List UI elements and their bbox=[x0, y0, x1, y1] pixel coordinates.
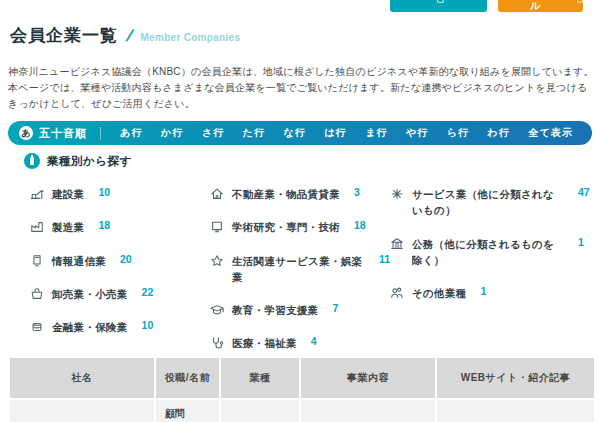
industry-item-communication[interactable]: 情報通信業20 bbox=[30, 253, 210, 269]
top-button-bazaar-label: バザールバザール bbox=[498, 0, 573, 13]
syllabary-tab-7[interactable]: ま行 bbox=[365, 126, 387, 140]
construction-icon bbox=[30, 187, 44, 201]
table-header-cell: 社名 bbox=[10, 358, 154, 398]
industry-item-lifestyle[interactable]: 生活関連サービス業・娯楽業11 bbox=[210, 253, 390, 286]
industry-label: サービス業（他に分類されないもの） bbox=[412, 186, 564, 219]
table-row: 顧問 bbox=[10, 400, 594, 422]
syllabary-tab-9[interactable]: ら行 bbox=[447, 126, 469, 140]
title-slash-divider: / bbox=[125, 27, 133, 45]
service-icon bbox=[390, 187, 404, 201]
industry-label: 医療・福祉業 bbox=[232, 335, 297, 351]
industry-label: 建設業 bbox=[52, 186, 84, 202]
table-header-row: 社名役職/名前業種事業内容WEBサイト・紹介記事 bbox=[10, 358, 594, 398]
industry-label: 情報通信業 bbox=[52, 253, 106, 269]
table-cell bbox=[221, 400, 299, 422]
syllabary-tab-10[interactable]: わ行 bbox=[488, 126, 510, 140]
table-cell bbox=[301, 400, 435, 422]
industry-count: 7 bbox=[332, 302, 338, 314]
external-link-icon bbox=[437, 0, 444, 3]
industry-label: 学術研究・専門・技術 bbox=[232, 219, 340, 235]
industry-item-medical[interactable]: 医療・福祉業4 bbox=[210, 335, 390, 351]
industry-count: 22 bbox=[142, 286, 154, 298]
member-companies-page: バザールバザール 会員企業一覧 / Member Companies 神奈川ニュ… bbox=[0, 0, 600, 422]
syllabary-tab-1[interactable]: あ行 bbox=[120, 126, 142, 140]
factory-icon bbox=[30, 220, 44, 234]
table-header-cell: 役職/名前 bbox=[156, 358, 219, 398]
industry-item-public-office[interactable]: 公務（他に分類されるものを除く）1 bbox=[390, 236, 592, 269]
other-industry-icon bbox=[390, 286, 404, 300]
research-icon bbox=[210, 220, 224, 234]
member-table: 社名役職/名前業種事業内容WEBサイト・紹介記事 顧問 bbox=[8, 356, 596, 422]
industry-column-3: サービス業（他に分類されないもの）47公務（他に分類されるものを除く）1その他業… bbox=[390, 186, 592, 352]
industry-item-factory[interactable]: 製造業18 bbox=[30, 219, 210, 235]
table-header-cell: WEBサイト・紹介記事 bbox=[437, 358, 594, 398]
industry-label: 教育・学習支援業 bbox=[232, 302, 318, 318]
industry-label: 不動産業・物品賃貸業 bbox=[232, 186, 340, 202]
public-office-icon bbox=[390, 237, 404, 251]
industry-count: 10 bbox=[98, 186, 110, 198]
top-button-teal[interactable] bbox=[390, 0, 487, 12]
syllabary-nav: あ 五十音順 あ行か行さ行た行な行は行ま行や行ら行わ行全て表示 bbox=[8, 121, 592, 145]
education-icon bbox=[210, 303, 224, 317]
syllabary-tab-11[interactable]: 全て表示 bbox=[528, 126, 572, 140]
industry-label: 卸売業・小売業 bbox=[52, 286, 128, 302]
syllabary-tab-4[interactable]: た行 bbox=[243, 126, 265, 140]
table-cell bbox=[437, 400, 594, 422]
syllabary-tabs: あ行か行さ行た行な行は行ま行や行ら行わ行全て表示 bbox=[101, 126, 592, 140]
industry-count: 1 bbox=[481, 285, 487, 297]
industry-label: 公務（他に分類されるものを除く） bbox=[412, 236, 564, 269]
top-button-bar: バザールバザール bbox=[0, 0, 600, 12]
industry-label: 製造業 bbox=[52, 219, 84, 235]
lifestyle-icon bbox=[210, 254, 224, 268]
industry-count: 3 bbox=[354, 186, 360, 198]
table-body: 顧問 bbox=[10, 400, 594, 422]
retail-icon bbox=[30, 287, 44, 301]
industry-count: 18 bbox=[354, 219, 366, 231]
industry-grid: 建設業10製造業18情報通信業20卸売業・小売業22金融業・保険業10不動産業・… bbox=[30, 186, 592, 352]
syllabary-tab-6[interactable]: は行 bbox=[324, 126, 346, 140]
industry-item-finance[interactable]: 金融業・保険業10 bbox=[30, 319, 210, 335]
industry-section-header: 業種別から探す bbox=[24, 153, 132, 169]
industry-count: 4 bbox=[311, 335, 317, 347]
industry-item-education[interactable]: 教育・学習支援業7 bbox=[210, 302, 390, 318]
real-estate-icon bbox=[210, 187, 224, 201]
industry-label: 生活関連サービス業・娯楽業 bbox=[232, 253, 365, 286]
industry-item-retail[interactable]: 卸売業・小売業22 bbox=[30, 286, 210, 302]
industry-item-construction[interactable]: 建設業10 bbox=[30, 186, 210, 202]
industry-column-1: 建設業10製造業18情報通信業20卸売業・小売業22金融業・保険業10 bbox=[30, 186, 210, 352]
communication-icon bbox=[30, 254, 44, 268]
industry-label: 金融業・保険業 bbox=[52, 319, 128, 335]
top-button-bazaar[interactable]: バザールバザール bbox=[498, 0, 583, 12]
industry-item-real-estate[interactable]: 不動産業・物品賃貸業3 bbox=[210, 186, 390, 202]
syllabary-tab-8[interactable]: や行 bbox=[406, 126, 428, 140]
industry-item-research[interactable]: 学術研究・専門・技術18 bbox=[210, 219, 390, 235]
kana-circle-icon: あ bbox=[19, 126, 33, 140]
page-title-row: 会員企業一覧 / Member Companies bbox=[10, 24, 240, 47]
table-cell: 顧問 bbox=[156, 400, 219, 422]
medical-icon bbox=[210, 336, 224, 350]
page-subtitle: Member Companies bbox=[140, 32, 240, 43]
syllabary-tab-3[interactable]: さ行 bbox=[202, 126, 224, 140]
sort-kana-tab[interactable]: あ 五十音順 bbox=[8, 126, 100, 141]
sort-kana-label: 五十音順 bbox=[39, 126, 87, 141]
industry-section-title: 業種別から探す bbox=[47, 154, 132, 169]
industry-item-service[interactable]: サービス業（他に分類されないもの）47 bbox=[390, 186, 592, 219]
page-title: 会員企業一覧 bbox=[10, 24, 118, 47]
finance-icon bbox=[30, 320, 44, 334]
industry-count: 47 bbox=[578, 186, 590, 198]
table-header-cell: 業種 bbox=[221, 358, 299, 398]
table-cell bbox=[10, 400, 154, 422]
syllabary-tab-5[interactable]: な行 bbox=[284, 126, 306, 140]
industry-count: 18 bbox=[98, 219, 110, 231]
industry-item-other-industry[interactable]: その他業種1 bbox=[390, 285, 592, 301]
industry-count: 11 bbox=[379, 253, 390, 265]
industry-label: その他業種 bbox=[412, 285, 467, 301]
industry-count: 1 bbox=[578, 236, 584, 248]
industry-column-2: 不動産業・物品賃貸業3学術研究・専門・技術18生活関連サービス業・娯楽業11教育… bbox=[210, 186, 390, 352]
page-description: 神奈川ニュービジネス協議会（KNBC）の会員企業は、地域に根ざした独自のビジネス… bbox=[8, 64, 594, 112]
building-icon bbox=[24, 153, 40, 169]
external-link-icon bbox=[577, 0, 583, 3]
syllabary-tab-2[interactable]: か行 bbox=[161, 126, 183, 140]
industry-count: 10 bbox=[142, 319, 154, 331]
industry-count: 20 bbox=[120, 253, 132, 265]
